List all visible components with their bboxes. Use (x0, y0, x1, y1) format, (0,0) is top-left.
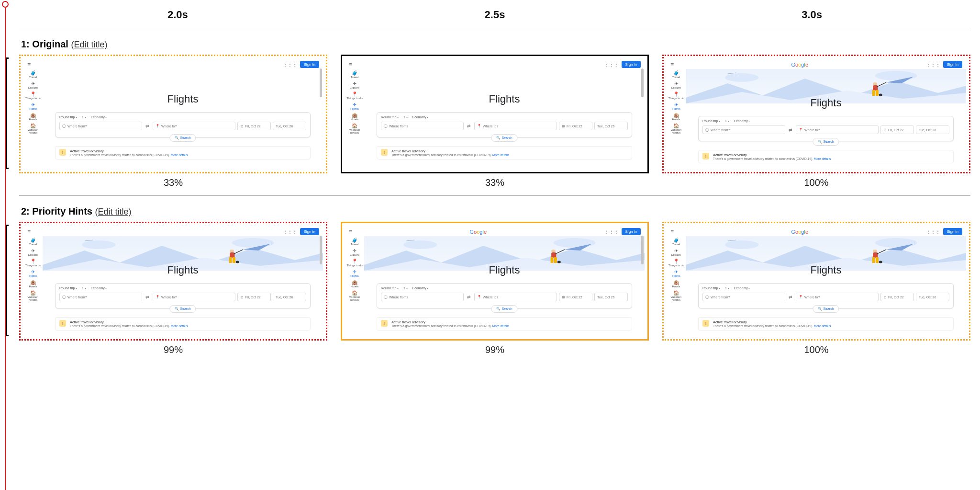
passenger-count: 1 (82, 115, 86, 119)
edit-title-link[interactable]: (Edit title) (71, 40, 107, 49)
thumb-topbar: ≡ ⋮⋮⋮ Sign in (345, 59, 645, 69)
advisory-title: Active travel advisory (713, 320, 831, 324)
sidenav-item-5: 🏠Vacation rentals (24, 291, 42, 301)
sidenav-item-3: ✈Flights (24, 103, 42, 110)
sign-in-button: Sign in (300, 61, 319, 68)
advisory-title: Active travel advisory (713, 153, 831, 157)
row-label-1: 2: Priority Hints (Edit title) (19, 195, 970, 222)
thumb-sidenav: 🧳Travel✈Explore📍Things to do✈Flights🏨Hot… (667, 69, 686, 169)
sidenav-item-0: 🧳Travel (668, 238, 685, 246)
thumb-sidenav: 🧳Travel✈Explore📍Things to do✈Flights🏨Hot… (345, 236, 364, 336)
svg-point-27 (875, 71, 917, 80)
cabin-class: Economy (412, 115, 429, 119)
cabin-class: Economy (734, 119, 750, 123)
sign-in-button: Sign in (622, 61, 641, 68)
apps-icon: ⋮⋮⋮ (926, 62, 940, 67)
svg-rect-64 (873, 252, 878, 258)
trip-options: Round trip 1 Economy (59, 286, 306, 290)
frame-1-2[interactable]: ≡ Google ⋮⋮⋮ Sign in 🧳Travel✈Explore📍Thi… (662, 222, 970, 355)
sidenav-item-2: 📍Things to do (346, 92, 363, 100)
search-card: Round trip 1 Economy ◯ Where from? ⇄ 📍 W… (698, 283, 954, 308)
thumb-topbar: ≡ Google ⋮⋮⋮ Sign in (667, 59, 966, 69)
sidenav-item-2: 📍Things to do (668, 259, 685, 267)
sidenav-item-4: 🏨Hotels (24, 113, 42, 121)
svg-point-63 (875, 238, 917, 248)
filmstrip-area: 2.0s 2.5s 3.0s 1: Original (Edit title) … (19, 0, 970, 355)
visual-complete-percent: 100% (804, 344, 828, 355)
thumb-main: Flights Round trip 1 Economy ◯ Where fro… (686, 69, 966, 169)
filmstrip-row-1: ≡ ⋮⋮⋮ Sign in 🧳Travel✈Explore📍Things to … (19, 222, 970, 355)
warning-icon: ! (381, 320, 388, 327)
warning-icon: ! (702, 320, 709, 327)
svg-point-51 (554, 238, 596, 248)
warning-icon: ! (59, 320, 66, 327)
sidenav-item-2: 📍Things to do (24, 259, 42, 267)
trip-type: Round trip (702, 119, 720, 123)
depart-date: 🗓 Fri, Oct 22 (559, 293, 592, 301)
screenshot-thumbnail: ≡ ⋮⋮⋮ Sign in 🧳Travel✈Explore📍Things to … (345, 59, 645, 169)
frame-0-1[interactable]: ≡ ⋮⋮⋮ Sign in 🧳Travel✈Explore📍Things to … (341, 55, 649, 188)
page-title: Flights (686, 264, 966, 276)
page-title: Flights (364, 264, 645, 276)
advisory-title: Active travel advisory (391, 320, 509, 324)
svg-point-70 (879, 261, 882, 263)
depart-date: 🗓 Fri, Oct 22 (880, 293, 914, 301)
svg-point-43 (230, 250, 234, 252)
search-card: Round trip 1 Economy ◯ Where from? ⇄ 📍 W… (377, 283, 632, 308)
advisory-more-link: More details (814, 157, 831, 160)
trip-options: Round trip 1 Economy (381, 115, 628, 119)
sidenav-item-2: 📍Things to do (346, 259, 363, 267)
search-button: 🔍 Search (169, 134, 196, 142)
trip-type: Round trip (702, 286, 720, 290)
advisory-subtitle: There's a government travel advisory rel… (713, 324, 813, 328)
apps-icon: ⋮⋮⋮ (926, 229, 940, 234)
frame-1-0[interactable]: ≡ ⋮⋮⋮ Sign in 🧳Travel✈Explore📍Things to … (19, 222, 327, 355)
svg-point-31 (873, 82, 877, 85)
google-logo: Google (470, 229, 487, 235)
google-logo: Google (791, 229, 809, 235)
swap-icon: ⇄ (466, 295, 472, 299)
from-field: ◯ Where from? (59, 122, 142, 130)
time-header-1: 2.5s (336, 9, 654, 21)
advisory-subtitle: There's a government travel advisory rel… (713, 157, 813, 160)
svg-point-26 (725, 73, 758, 82)
passenger-count: 1 (403, 286, 408, 290)
swap-icon: ⇄ (787, 295, 794, 299)
visual-complete-percent: 100% (804, 177, 828, 188)
sidenav-item-4: 🏨Hotels (668, 280, 685, 288)
frame-1-1[interactable]: ≡ Google ⋮⋮⋮ Sign in 🧳Travel✈Explore📍Thi… (341, 222, 649, 355)
depart-date: 🗓 Fri, Oct 22 (237, 122, 271, 130)
scrollbar-indicator (320, 236, 322, 264)
frame-0-2[interactable]: ≡ Google ⋮⋮⋮ Sign in 🧳Travel✈Explore📍Thi… (662, 55, 970, 188)
screenshot-thumbnail: ≡ Google ⋮⋮⋮ Sign in 🧳Travel✈Explore📍Thi… (667, 59, 966, 169)
sidenav-item-2: 📍Things to do (24, 92, 42, 100)
svg-point-38 (82, 240, 115, 249)
svg-rect-53 (551, 257, 554, 263)
advisory-title: Active travel advisory (391, 149, 509, 153)
hamburger-icon: ≡ (670, 61, 674, 68)
search-button: 🔍 Search (491, 305, 517, 313)
frame-0-0[interactable]: ≡ ⋮⋮⋮ Sign in 🧳Travel✈Explore📍Things to … (19, 55, 327, 188)
svg-rect-42 (233, 257, 235, 263)
trip-type: Round trip (381, 286, 399, 290)
warning-icon: ! (59, 149, 66, 156)
svg-point-55 (551, 250, 556, 252)
screenshot-thumbnail: ≡ Google ⋮⋮⋮ Sign in 🧳Travel✈Explore📍Thi… (345, 226, 645, 336)
thumb-sidenav: 🧳Travel✈Explore📍Things to do✈Flights🏨Hot… (667, 236, 686, 336)
row-index: 1: Original (21, 39, 68, 49)
svg-rect-54 (554, 257, 557, 263)
sidenav-item-1: ✈Explore (668, 81, 685, 89)
edit-title-link[interactable]: (Edit title) (95, 207, 131, 217)
advisory-title: Active travel advisory (70, 149, 188, 153)
search-button: 🔍 Search (169, 305, 196, 313)
thumb-topbar: ≡ Google ⋮⋮⋮ Sign in (345, 226, 645, 236)
sidenav-item-1: ✈Explore (668, 249, 685, 256)
cabin-class: Economy (412, 286, 429, 290)
thumb-main: Flights Round trip 1 Economy ◯ Where fro… (364, 236, 645, 336)
return-date: Tue, Oct 26 (594, 293, 628, 301)
from-field: ◯ Where from? (381, 293, 464, 301)
visual-complete-percent: 99% (485, 344, 504, 355)
search-button: 🔍 Search (491, 134, 517, 142)
search-button: 🔍 Search (813, 138, 839, 146)
return-date: Tue, Oct 26 (273, 122, 306, 130)
